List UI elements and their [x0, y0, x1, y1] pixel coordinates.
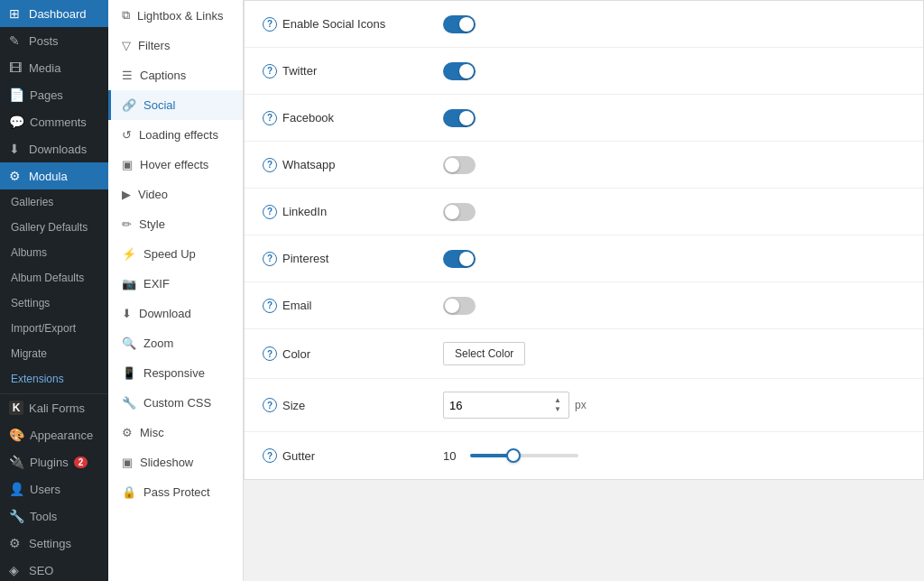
label-pinterest: Pinterest	[282, 252, 328, 265]
help-icon-linkedin[interactable]: ?	[263, 205, 277, 219]
mid-item-pass-protect[interactable]: 🔒 Pass Protect	[108, 477, 243, 507]
help-icon-enable-social[interactable]: ?	[263, 17, 277, 32]
sidebar-subitem-migrate[interactable]: Migrate	[0, 341, 108, 366]
select-color-button[interactable]: Select Color	[443, 342, 525, 365]
toggle-thumb-linkedin	[445, 205, 459, 219]
help-icon-email[interactable]: ?	[263, 299, 277, 313]
custom-css-icon: 🔧	[122, 396, 136, 410]
mid-item-loading-effects[interactable]: ↺ Loading effects	[108, 120, 243, 150]
sidebar-item-downloads[interactable]: ⬇ Downloads	[0, 135, 108, 162]
dashboard-icon: ⊞	[9, 6, 23, 21]
sidebar-item-appearance[interactable]: 🎨 Appearance	[0, 421, 108, 448]
help-icon-color[interactable]: ?	[263, 346, 277, 361]
admin-sidebar: ⊞ Dashboard ✎ Posts 🎞 Media 📄 Pages 💬 Co…	[0, 0, 108, 581]
size-input: 16 ▲ ▼	[443, 392, 569, 419]
modula-icon: ⚙	[9, 169, 23, 183]
mid-item-filters[interactable]: ▽ Filters	[108, 31, 243, 60]
toggle-track-email	[443, 297, 476, 315]
help-icon-size[interactable]: ?	[263, 398, 277, 412]
gutter-wrap: 10	[443, 449, 578, 463]
social-icon: 🔗	[122, 98, 136, 112]
size-value: 16	[449, 399, 552, 412]
toggle-email[interactable]	[443, 297, 476, 315]
sidebar-item-posts[interactable]: ✎ Posts	[0, 27, 108, 54]
toggle-whatsapp[interactable]	[443, 156, 476, 174]
toggle-enable-social-icons[interactable]	[443, 15, 476, 33]
exif-icon: 📷	[122, 277, 136, 290]
downloads-icon: ⬇	[9, 142, 23, 156]
sidebar-item-tools[interactable]: 🔧 Tools	[0, 503, 108, 530]
toggle-linkedin[interactable]	[443, 203, 476, 221]
responsive-icon: 📱	[122, 366, 136, 380]
sidebar-subitem-galleries[interactable]: Galleries	[0, 189, 108, 215]
row-twitter: ? Twitter	[245, 48, 923, 95]
sidebar-item-media[interactable]: 🎞 Media	[0, 54, 108, 81]
size-input-wrap: 16 ▲ ▼ px	[443, 392, 587, 419]
help-icon-facebook[interactable]: ?	[263, 111, 277, 125]
row-pinterest: ? Pinterest	[245, 235, 923, 282]
sidebar-subitem-extensions[interactable]: Extensions	[0, 366, 108, 392]
mid-item-speed-up[interactable]: ⚡ Speed Up	[108, 239, 243, 269]
comments-icon: 💬	[9, 115, 24, 129]
sidebar-item-settings-main[interactable]: ⚙ Settings	[0, 530, 108, 557]
toggle-track-facebook	[443, 109, 476, 127]
mid-item-exif[interactable]: 📷 EXIF	[108, 269, 243, 299]
toggle-thumb-twitter	[459, 64, 474, 78]
filters-icon: ▽	[122, 39, 131, 52]
help-icon-pinterest[interactable]: ?	[263, 252, 277, 266]
download-icon: ⬇	[122, 307, 132, 320]
row-linkedin: ? LinkedIn	[245, 189, 923, 235]
sidebar-item-modula[interactable]: ⚙ Modula	[0, 162, 108, 189]
mid-item-video[interactable]: ▶ Video	[108, 180, 243, 209]
toggle-track-pinterest	[443, 250, 476, 268]
label-size: Size	[282, 399, 305, 412]
sidebar-item-plugins[interactable]: 🔌 Plugins 2	[0, 448, 108, 475]
row-size: ? Size 16 ▲ ▼ px	[245, 379, 923, 432]
size-unit: px	[575, 399, 587, 411]
sidebar-item-seo[interactable]: ◈ SEO	[0, 557, 108, 581]
sidebar-item-comments[interactable]: 💬 Comments	[0, 108, 108, 135]
sidebar-subitem-settings[interactable]: Settings	[0, 290, 108, 316]
mid-item-lightbox-links[interactable]: ⧉ Lightbox & Links	[108, 0, 243, 31]
size-increment[interactable]: ▲	[552, 396, 563, 405]
speed-up-icon: ⚡	[122, 247, 136, 261]
toggle-facebook[interactable]	[443, 109, 476, 127]
pass-protect-icon: 🔒	[122, 485, 136, 499]
mid-item-social[interactable]: 🔗 Social	[108, 90, 243, 120]
sidebar-item-pages[interactable]: 📄 Pages	[0, 81, 108, 108]
help-icon-whatsapp[interactable]: ?	[263, 158, 277, 172]
mid-item-custom-css[interactable]: 🔧 Custom CSS	[108, 388, 243, 418]
mid-sidebar: ⧉ Lightbox & Links ▽ Filters ☰ Captions …	[108, 0, 244, 581]
mid-item-slideshow[interactable]: ▣ Slideshow	[108, 447, 243, 477]
plugins-badge: 2	[74, 456, 88, 468]
sidebar-item-kali-forms[interactable]: K Kali Forms	[0, 394, 108, 421]
sidebar-subitem-gallery-defaults[interactable]: Gallery Defaults	[0, 215, 108, 240]
mid-item-responsive[interactable]: 📱 Responsive	[108, 358, 243, 388]
toggle-pinterest[interactable]	[443, 250, 476, 268]
users-icon: 👤	[9, 482, 24, 496]
main-content: ? Enable Social Icons ? Twitter	[244, 0, 924, 581]
mid-item-captions[interactable]: ☰ Captions	[108, 60, 243, 90]
row-gutter: ? Gutter 10	[245, 432, 923, 479]
sidebar-subitem-album-defaults[interactable]: Album Defaults	[0, 265, 108, 290]
misc-icon: ⚙	[122, 426, 133, 439]
help-icon-gutter[interactable]: ?	[263, 448, 277, 463]
video-icon: ▶	[122, 188, 131, 201]
sidebar-item-dashboard[interactable]: ⊞ Dashboard	[0, 0, 108, 27]
mid-item-download[interactable]: ⬇ Download	[108, 299, 243, 328]
mid-item-zoom[interactable]: 🔍 Zoom	[108, 328, 243, 358]
gutter-slider-thumb[interactable]	[506, 448, 521, 463]
zoom-icon: 🔍	[122, 337, 136, 350]
sidebar-item-users[interactable]: 👤 Users	[0, 475, 108, 503]
toggle-twitter[interactable]	[443, 62, 476, 80]
size-arrows: ▲ ▼	[552, 396, 563, 414]
mid-item-misc[interactable]: ⚙ Misc	[108, 418, 243, 447]
label-twitter: Twitter	[282, 64, 317, 78]
mid-item-hover-effects[interactable]: ▣ Hover effects	[108, 150, 243, 180]
mid-item-style[interactable]: ✏ Style	[108, 209, 243, 239]
sidebar-subitem-albums[interactable]: Albums	[0, 240, 108, 265]
sidebar-subitem-import-export[interactable]: Import/Export	[0, 316, 108, 341]
size-decrement[interactable]: ▼	[552, 405, 563, 414]
kali-forms-icon: K	[9, 401, 23, 415]
help-icon-twitter[interactable]: ?	[263, 64, 277, 78]
